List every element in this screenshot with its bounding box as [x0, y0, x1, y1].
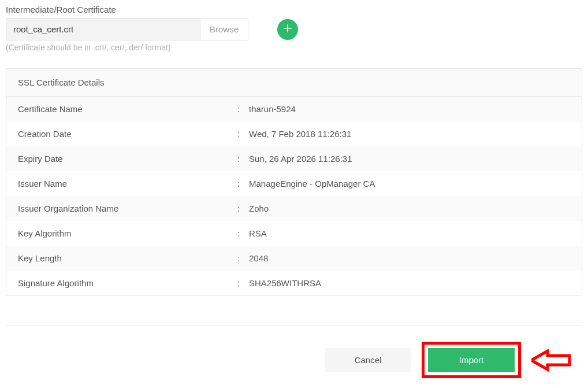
- selected-file-input[interactable]: [6, 19, 200, 40]
- row-value: tharun-5924: [249, 104, 570, 114]
- ssl-details-title: SSL Certificate Details: [6, 69, 582, 97]
- row-label: Key Length: [18, 253, 237, 263]
- row-value: Sun, 26 Apr 2026 11:26:31: [249, 154, 570, 164]
- actions-row: Cancel Import: [6, 325, 582, 378]
- table-row: Signature Algorithm : SHA256WITHRSA: [6, 271, 582, 295]
- row-value: SHA256WITHRSA: [249, 278, 570, 288]
- row-colon: :: [237, 179, 249, 189]
- svg-marker-0: [531, 351, 570, 369]
- browse-button[interactable]: Browse: [200, 19, 248, 40]
- table-row: Creation Date : Wed, 7 Feb 2018 11:26:31: [6, 121, 582, 146]
- file-picker: Browse: [6, 18, 248, 40]
- file-picker-row: Browse: [6, 18, 582, 40]
- table-row: Certificate Name : tharun-5924: [6, 97, 582, 121]
- row-label: Certificate Name: [18, 104, 237, 114]
- table-row: Issuer Name : ManageEngine - OpManager C…: [6, 171, 582, 196]
- ssl-details-body: Certificate Name : tharun-5924 Creation …: [6, 97, 582, 295]
- row-colon: :: [237, 204, 249, 213]
- row-label: Signature Algorithm: [18, 278, 237, 288]
- row-colon: :: [237, 154, 249, 164]
- row-colon: :: [237, 253, 249, 263]
- row-colon: :: [237, 228, 249, 238]
- row-label: Key Algorithm: [18, 228, 237, 238]
- ssl-details-table: SSL Certificate Details Certificate Name…: [6, 68, 582, 296]
- table-row: Key Algorithm : RSA: [6, 221, 582, 246]
- row-label: Issuer Name: [18, 179, 237, 189]
- plus-icon: [282, 23, 293, 35]
- row-colon: :: [237, 104, 249, 114]
- row-value: 2048: [249, 253, 570, 263]
- row-value: Wed, 7 Feb 2018 11:26:31: [249, 129, 570, 139]
- format-hint: (Certificate should be in .crt/,.cer/,.d…: [6, 43, 582, 52]
- table-row: Key Length : 2048: [6, 246, 582, 271]
- table-row: Expiry Date : Sun, 26 Apr 2026 11:26:31: [6, 146, 582, 171]
- table-row: Issuer Organization Name : Zoho: [6, 196, 582, 221]
- row-label: Creation Date: [18, 129, 237, 139]
- row-value: Zoho: [249, 204, 570, 213]
- arrow-left-icon: [531, 349, 572, 372]
- row-colon: :: [237, 129, 249, 139]
- add-button[interactable]: [277, 19, 298, 40]
- row-label: Expiry Date: [18, 154, 237, 164]
- row-value: RSA: [249, 228, 570, 238]
- row-value: ManageEngine - OpManager CA: [249, 179, 570, 189]
- row-label: Issuer Organization Name: [18, 204, 237, 213]
- section-label: Intermediate/Root Certificate: [6, 5, 582, 14]
- cancel-button[interactable]: Cancel: [325, 348, 411, 372]
- row-colon: :: [237, 278, 249, 288]
- import-highlight-box: Import: [422, 342, 521, 378]
- import-button[interactable]: Import: [428, 348, 515, 372]
